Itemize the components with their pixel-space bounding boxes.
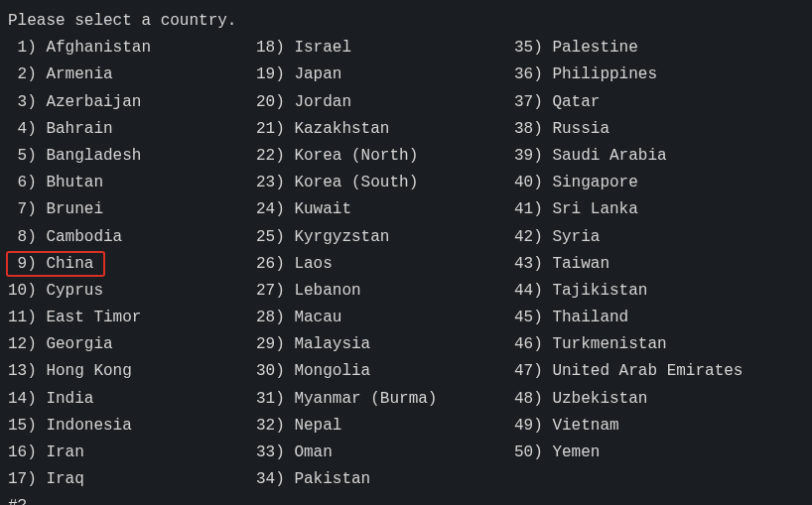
country-option[interactable]: 28) Macau xyxy=(256,305,514,331)
option-number: 25 xyxy=(256,224,275,251)
country-option[interactable]: 40) Singapore xyxy=(514,170,804,196)
country-name: Korea (North) xyxy=(294,147,418,165)
option-number: 15 xyxy=(8,413,27,440)
country-option[interactable]: 2) Armenia xyxy=(8,62,256,88)
country-option[interactable]: 33) Oman xyxy=(256,440,514,466)
country-option[interactable]: 3) Azerbaijan xyxy=(8,89,256,116)
paren: ) xyxy=(275,93,294,111)
input-prompt[interactable]: #? xyxy=(8,493,804,505)
option-number: 27 xyxy=(256,278,275,305)
country-option[interactable]: 42) Syria xyxy=(514,224,804,251)
country-option[interactable]: 49) Vietnam xyxy=(514,413,804,440)
country-name: Macau xyxy=(294,309,341,326)
option-number: 42 xyxy=(514,224,533,251)
paren: ) xyxy=(275,147,294,165)
country-name: Singapore xyxy=(552,174,637,191)
paren: ) xyxy=(533,147,552,165)
country-option[interactable]: 12) Georgia xyxy=(8,331,256,358)
country-option[interactable]: 29) Malaysia xyxy=(256,331,514,358)
option-number: 10 xyxy=(8,278,27,305)
country-option[interactable]: 22) Korea (North) xyxy=(256,143,514,170)
paren: ) xyxy=(533,443,552,461)
country-option[interactable]: 17) Iraq xyxy=(8,466,256,493)
country-option[interactable]: 36) Philippines xyxy=(514,62,804,88)
option-number: 40 xyxy=(514,170,533,196)
highlighted-option[interactable]: 9) China xyxy=(6,251,105,277)
option-number: 5 xyxy=(8,143,27,170)
country-option[interactable]: 37) Qatar xyxy=(514,89,804,116)
country-option[interactable]: 27) Lebanon xyxy=(256,278,514,305)
option-number: 28 xyxy=(256,305,275,331)
country-column-3: 35) Palestine36) Philippines37) Qatar38)… xyxy=(514,35,804,493)
country-name: Afghanistan xyxy=(46,39,151,57)
country-option[interactable]: 7) Brunei xyxy=(8,196,256,223)
paren: ) xyxy=(275,255,294,273)
country-name: Vietnam xyxy=(552,417,618,435)
country-option[interactable]: 34) Pakistan xyxy=(256,466,514,493)
country-name: Philippines xyxy=(552,65,657,83)
country-option[interactable]: 50) Yemen xyxy=(514,440,804,466)
country-option[interactable]: 1) Afghanistan xyxy=(8,35,256,62)
country-option[interactable]: 21) Kazakhstan xyxy=(256,116,514,143)
paren: ) xyxy=(275,200,294,218)
country-name: India xyxy=(46,390,93,408)
country-name: Bahrain xyxy=(46,120,112,138)
country-option[interactable]: 44) Tajikistan xyxy=(514,278,804,305)
country-option[interactable]: 16) Iran xyxy=(8,440,256,466)
country-option[interactable]: 15) Indonesia xyxy=(8,413,256,440)
country-option[interactable]: 5) Bangladesh xyxy=(8,143,256,170)
country-option[interactable]: 35) Palestine xyxy=(514,35,804,62)
country-option[interactable]: 38) Russia xyxy=(514,116,804,143)
paren: ) xyxy=(275,309,294,326)
country-option[interactable]: 32) Nepal xyxy=(256,413,514,440)
paren: ) xyxy=(275,65,294,83)
country-option[interactable]: 39) Saudi Arabia xyxy=(514,143,804,170)
country-name: Kyrgyzstan xyxy=(294,228,389,246)
paren: ) xyxy=(27,282,46,300)
paren: ) xyxy=(27,120,46,138)
country-option[interactable]: 11) East Timor xyxy=(8,305,256,331)
country-name: Jordan xyxy=(294,93,351,111)
country-option[interactable]: 41) Sri Lanka xyxy=(514,196,804,223)
country-name: Yemen xyxy=(552,443,600,461)
country-option[interactable]: 26) Laos xyxy=(256,251,514,278)
country-option[interactable]: 4) Bahrain xyxy=(8,116,256,143)
country-option[interactable]: 48) Uzbekistan xyxy=(514,386,804,413)
country-option[interactable]: 10) Cyprus xyxy=(8,278,256,305)
paren: ) xyxy=(27,174,46,191)
country-option[interactable]: 25) Kyrgyzstan xyxy=(256,224,514,251)
country-option[interactable]: 18) Israel xyxy=(256,35,514,62)
country-option[interactable]: 43) Taiwan xyxy=(514,251,804,278)
country-option[interactable]: 20) Jordan xyxy=(256,89,514,116)
country-option[interactable]: 14) India xyxy=(8,386,256,413)
option-number: 6 xyxy=(8,170,27,196)
country-option[interactable]: 8) Cambodia xyxy=(8,224,256,251)
country-name: Indonesia xyxy=(46,417,131,435)
country-option[interactable]: 46) Turkmenistan xyxy=(514,331,804,358)
country-name: Lebanon xyxy=(294,282,360,300)
option-number: 38 xyxy=(514,116,533,143)
country-option[interactable]: 13) Hong Kong xyxy=(8,358,256,385)
option-number: 34 xyxy=(256,466,275,493)
country-option[interactable]: 31) Myanmar (Burma) xyxy=(256,386,514,413)
country-name: Myanmar (Burma) xyxy=(294,390,437,408)
option-number: 47 xyxy=(514,358,533,385)
country-name: East Timor xyxy=(46,309,141,326)
country-option[interactable]: 30) Mongolia xyxy=(256,358,514,385)
country-columns: 1) Afghanistan2) Armenia3) Azerbaijan4) … xyxy=(8,35,804,493)
country-option[interactable]: 6) Bhutan xyxy=(8,170,256,196)
country-option[interactable]: 23) Korea (South) xyxy=(256,170,514,196)
paren: ) xyxy=(275,362,294,380)
country-option[interactable]: 9) China xyxy=(8,251,256,278)
paren: ) xyxy=(27,309,46,326)
paren: ) xyxy=(27,417,46,435)
country-name: Kuwait xyxy=(294,200,351,218)
country-option[interactable]: 24) Kuwait xyxy=(256,196,514,223)
country-option[interactable]: 47) United Arab Emirates xyxy=(514,358,804,385)
paren: ) xyxy=(533,200,552,218)
country-name: Uzbekistan xyxy=(552,390,647,408)
option-number: 21 xyxy=(256,116,275,143)
country-option[interactable]: 19) Japan xyxy=(256,62,514,88)
country-name: Azerbaijan xyxy=(46,93,141,111)
country-option[interactable]: 45) Thailand xyxy=(514,305,804,331)
